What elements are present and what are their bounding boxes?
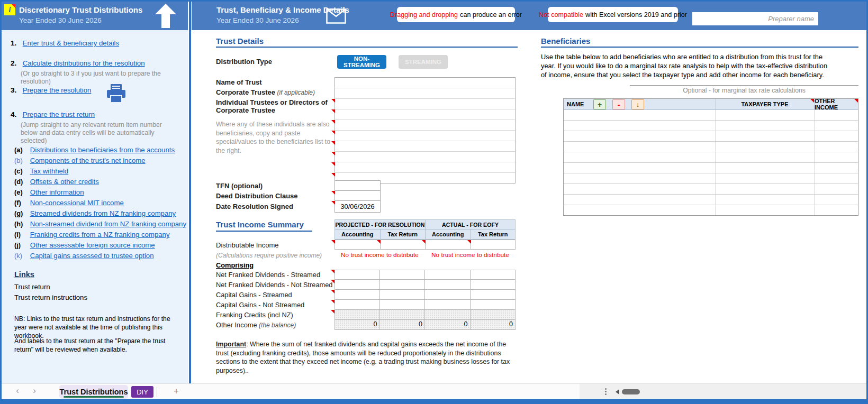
beneficiary-taxpayer-cell[interactable] [715, 173, 814, 183]
external-link[interactable]: Trust return [14, 283, 87, 293]
date-resolution-cell[interactable]: 30/06/2026 [334, 200, 381, 213]
move-beneficiary-button[interactable]: ↓ [631, 99, 644, 109]
income-cell[interactable] [380, 310, 426, 320]
beneficiary-name-cell[interactable] [564, 173, 715, 183]
income-cell[interactable] [425, 270, 471, 280]
beneficiary-name-cell[interactable] [564, 110, 715, 120]
income-cell[interactable] [334, 280, 380, 290]
link-prepare-trust-return[interactable]: Prepare the trust return [23, 111, 95, 118]
income-cell[interactable] [425, 240, 471, 250]
beneficiary-other-income-cell[interactable] [814, 184, 858, 194]
beneficiary-taxpayer-cell[interactable] [715, 121, 814, 131]
income-cell[interactable] [471, 290, 516, 300]
income-cell[interactable] [471, 310, 516, 320]
scroll-left-arrow-icon[interactable] [616, 389, 619, 394]
return-item-link[interactable]: Streamed dividends from NZ franking comp… [30, 209, 176, 217]
link-calculate-distributions[interactable]: Calculate distributions for the resoluti… [23, 59, 145, 67]
up-arrow-icon[interactable] [154, 4, 177, 28]
income-cell[interactable]: 0 [380, 320, 426, 330]
income-cell[interactable] [425, 300, 471, 310]
link-enter-details[interactable]: Enter trust & beneficiary details [23, 39, 120, 47]
beneficiary-name-cell[interactable] [564, 205, 715, 215]
income-cell[interactable] [425, 290, 471, 300]
income-cell[interactable] [380, 280, 426, 290]
beneficiary-name-cell[interactable] [564, 131, 715, 141]
individual-trustee-cell[interactable] [335, 131, 515, 141]
return-item-link[interactable]: Franking credits from a NZ franking comp… [30, 231, 170, 238]
income-cell[interactable] [334, 310, 380, 320]
individual-trustee-cell[interactable] [335, 120, 515, 131]
income-cell[interactable]: 0 [425, 320, 471, 330]
individual-trustee-cell[interactable] [335, 109, 515, 120]
remove-beneficiary-button[interactable]: - [612, 99, 625, 109]
beneficiary-name-cell[interactable] [564, 121, 715, 131]
income-cell[interactable] [334, 300, 380, 310]
income-cell[interactable] [380, 240, 426, 250]
income-cell[interactable] [471, 280, 516, 290]
add-beneficiary-button[interactable]: + [593, 99, 606, 109]
tab-trust-distributions[interactable]: Trust Distributions [59, 385, 128, 399]
return-item-link[interactable]: Other information [30, 188, 84, 196]
streaming-button[interactable]: STREAMING [399, 55, 448, 69]
return-item-link[interactable]: Non-concessional MIT income [30, 199, 124, 207]
income-cell[interactable] [334, 240, 380, 250]
income-cell[interactable]: 0 [471, 320, 516, 330]
beneficiary-name-cell[interactable] [564, 195, 715, 205]
printer-icon[interactable] [106, 84, 127, 104]
beneficiary-other-income-cell[interactable] [814, 152, 858, 162]
link-prepare-resolution[interactable]: Prepare the resolution [23, 86, 92, 94]
add-sheet-button[interactable]: + [174, 386, 179, 397]
beneficiary-taxpayer-cell[interactable] [715, 195, 814, 205]
beneficiary-taxpayer-cell[interactable] [715, 205, 814, 215]
individual-trustee-cell[interactable] [335, 152, 515, 162]
beneficiary-other-income-cell[interactable] [814, 142, 858, 152]
beneficiary-taxpayer-cell[interactable] [715, 163, 814, 173]
income-cell[interactable] [334, 290, 380, 300]
scrollbar-splitter-handle[interactable] [605, 388, 607, 390]
income-cell[interactable] [380, 270, 426, 280]
preparer-name-input[interactable] [692, 12, 818, 25]
beneficiary-other-income-cell[interactable] [814, 131, 858, 141]
beneficiary-taxpayer-cell[interactable] [715, 110, 814, 120]
beneficiary-name-cell[interactable] [564, 163, 715, 173]
income-cell[interactable] [334, 270, 380, 280]
income-cell[interactable] [380, 290, 426, 300]
income-cell[interactable] [471, 300, 516, 310]
beneficiary-other-income-cell[interactable] [814, 195, 858, 205]
individual-trustee-cell[interactable] [335, 99, 515, 109]
income-cell[interactable]: 0 [334, 320, 380, 330]
name-of-trust-cell[interactable] [335, 78, 515, 88]
beneficiary-other-income-cell[interactable] [814, 173, 858, 183]
beneficiary-other-income-cell[interactable] [814, 163, 858, 173]
return-item-link[interactable]: Distributions to beneficiaries from the … [30, 146, 175, 154]
income-cell[interactable] [471, 240, 516, 250]
beneficiary-name-cell[interactable] [564, 142, 715, 152]
income-cell[interactable] [425, 280, 471, 290]
beneficiary-name-cell[interactable] [564, 184, 715, 194]
beneficiary-taxpayer-cell[interactable] [715, 131, 814, 141]
next-sheet-button[interactable]: › [29, 385, 40, 396]
return-item-link[interactable]: Components of the trust's net income [30, 157, 146, 164]
individual-trustee-cell[interactable] [335, 141, 515, 152]
income-cell[interactable] [471, 270, 516, 280]
non-streaming-button[interactable]: NON-STREAMING [337, 55, 386, 69]
return-item-link[interactable]: Tax withheld [30, 167, 69, 175]
return-item-link[interactable]: Capital gains assessed to trustee option [30, 252, 154, 260]
scrollbar-thumb[interactable] [622, 389, 640, 394]
beneficiary-name-cell[interactable] [564, 152, 715, 162]
return-item-link[interactable]: Other assessable foreign source income [30, 241, 155, 249]
return-item-link[interactable]: Non-streamed dividend from NZ franking c… [30, 220, 186, 228]
envelope-icon[interactable] [326, 8, 346, 24]
tfn-cell[interactable] [334, 180, 381, 191]
prev-sheet-button[interactable]: ‹ [12, 385, 23, 396]
beneficiary-other-income-cell[interactable] [814, 110, 858, 120]
income-cell[interactable] [425, 310, 471, 320]
info-note-icon[interactable]: i [4, 4, 15, 15]
beneficiary-taxpayer-cell[interactable] [715, 152, 814, 162]
tab-diy[interactable]: DIY [131, 386, 153, 398]
beneficiary-other-income-cell[interactable] [814, 121, 858, 131]
beneficiary-taxpayer-cell[interactable] [715, 184, 814, 194]
income-cell[interactable] [380, 300, 426, 310]
individual-trustee-cell[interactable] [335, 162, 515, 173]
deed-clause-cell[interactable] [334, 190, 381, 201]
